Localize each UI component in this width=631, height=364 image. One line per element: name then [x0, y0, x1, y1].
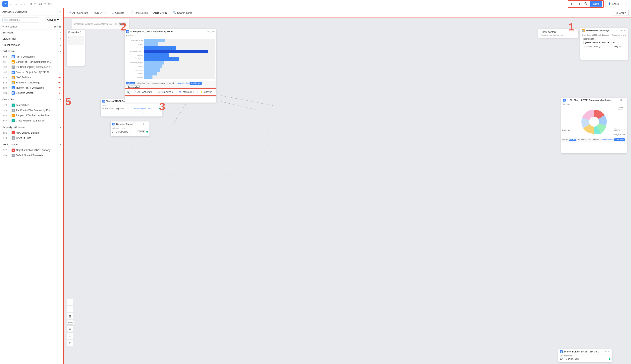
new-canvas-row: + New canvas Sort ☰	[0, 24, 63, 30]
file-menu[interactable]: File	[29, 2, 32, 6]
transform-action-button[interactable]: ⟲ Transform ▾	[177, 90, 196, 94]
fit-view-button[interactable]: ⊞	[67, 313, 73, 320]
center-button[interactable]: ◎	[67, 332, 73, 339]
breadcrumb-item1[interactable]: ...	[10, 2, 12, 6]
convert-action-button[interactable]: ⚡ Convert -	[198, 90, 215, 94]
zoom-in-button[interactable]: +	[67, 299, 73, 305]
time-series-button[interactable]: 📈 Time Series	[127, 10, 150, 16]
sel-obj-set-card[interactable]: ▦ Selected Object Set of [TSP] Co... ⚙ ⋯…	[558, 349, 612, 362]
sidebar-item-selected-obj[interactable]: $BU ▦ Selected Object 👁	[0, 90, 63, 96]
bar-icon: ▬	[12, 60, 15, 64]
pie-more-icon[interactable]: ⋯	[623, 99, 625, 102]
scatter-button[interactable]: ⊕	[67, 325, 73, 332]
sidebar-item-bar-tsp[interactable]: $BF ▬ Bar plot of [TSP] Companies by ...	[0, 59, 63, 64]
sort-button[interactable]: Sort ☰	[54, 25, 61, 28]
operator-select[interactable]: greater than or equal to	[583, 41, 610, 44]
show-content-chevron[interactable]: ▾	[575, 31, 576, 34]
more-btn[interactable]: ⋯	[213, 82, 215, 84]
all-types-select[interactable]: All types ▼	[45, 18, 61, 22]
star-icon[interactable]: ☆	[23, 2, 25, 6]
canvas-area[interactable]: 2 3 5 1 2009/08/17 05:36:00 2021/07/22 0…	[64, 18, 631, 364]
svg-line-2	[221, 102, 255, 110]
not-in-canvas-section[interactable]: Not in canvas ▾	[0, 142, 63, 148]
columns-button[interactable]: ☰	[623, 1, 628, 7]
sel-obj-export-button[interactable]: Export	[137, 130, 145, 133]
drill-down-button[interactable]: ⤵ Drill down	[190, 82, 202, 85]
apply-on-set-button[interactable]: Apply on set	[612, 45, 625, 48]
more-icon[interactable]: ⋯	[212, 30, 215, 33]
aip-generate-button[interactable]: ✦ AIP Generate	[67, 10, 91, 16]
bar-label-real-estate: real_estate	[126, 69, 143, 71]
sidebar-item-default-time-axis[interactable]: $BA ≡ Default Shared Time Axis	[0, 153, 63, 158]
aip-action-icon: ✦	[135, 90, 137, 94]
sidebar-item-sel-obj-set[interactable]: $BP ▦ Selected Object Set of [TSP] Co...	[0, 70, 63, 75]
sidebar-item-nyc-subway-obj[interactable]: SEC ● Object selection of NYC Subway...	[0, 148, 63, 153]
properties-content: ● ● ●	[67, 35, 85, 46]
filter-icon[interactable]: ▽	[210, 30, 211, 33]
objects-button[interactable]: ⬡ Objects	[109, 10, 126, 16]
filtered-more-icon[interactable]: ⋯	[624, 29, 626, 32]
set-math-section[interactable]: Set Math ›	[0, 30, 63, 36]
filtered-settings-icon[interactable]: ⚙	[621, 29, 623, 32]
pie-selected-tag: Selected	[569, 138, 576, 141]
target-button[interactable]: ⊙	[67, 340, 73, 346]
filter-plots-input[interactable]	[3, 17, 39, 22]
status-filter-section[interactable]: Status Filter ›	[0, 36, 63, 42]
sidebar-item-cross-filtered-tea[interactable]: $CF → Cross Filtered Tea Batches	[0, 118, 63, 123]
category-dist-button[interactable]: Categorical dist	[126, 86, 141, 88]
pie-drill-button[interactable]: ⤵ Drill down	[614, 138, 625, 141]
help-menu[interactable]: Help	[38, 2, 43, 6]
sel-obj-more-icon[interactable]: ⋯	[146, 123, 148, 126]
undo-button[interactable]: ↩	[569, 1, 575, 7]
pie-clear-btn[interactable]: Clear Selection	[601, 139, 614, 141]
sel-obj-settings-icon[interactable]: ⚙	[143, 123, 145, 126]
sel-obj-set-settings-icon[interactable]: ⚙	[605, 350, 607, 353]
sidebar-item-pie-tsp[interactable]: $BV ◔ Pie Chart of [TSP] Companies b...	[0, 64, 63, 70]
add-card-button[interactable]: ADD CARD	[151, 10, 169, 16]
action-search-icon[interactable]: 🔍	[126, 90, 131, 94]
drill-downs-section[interactable]: Drill downs ▾	[0, 48, 63, 54]
sel-obj-set-more-icon[interactable]: ⋯	[608, 350, 610, 353]
selected-object-card[interactable]: ▦ Selected Object ⚙ ⋯ Selected Object 1 …	[111, 122, 149, 136]
create-selected-set-button[interactable]: Create Selected Set	[133, 108, 151, 110]
sidebar-item-subway[interactable]: $DW ● NYC Subway Stations	[0, 130, 63, 136]
share-button[interactable]: 👤 Share	[605, 1, 621, 7]
breadcrumb-item3[interactable]: ...	[20, 2, 22, 6]
save-button[interactable]: Save	[590, 1, 602, 6]
sidebar-item-nyc-buildings[interactable]: $AD 🏢 NYC Buildings 👁	[0, 75, 63, 80]
graph-button[interactable]: ◎ Graph	[613, 10, 628, 16]
settings-icon[interactable]: ⚙	[207, 30, 209, 33]
sidebar-item-pie-tea[interactable]: $CD ◔ Pie Chart of Tea Batches by Equi..…	[0, 108, 63, 113]
sidebar-item-bar-tea[interactable]: $CG ▬ Bar plot of Tea Batches by Equi...	[0, 113, 63, 118]
value-input[interactable]	[611, 41, 618, 44]
filtered-card-header: 🏢 Filtered NYC Buildings ⚙ ⋯	[580, 28, 628, 33]
history-button[interactable]: ⏱	[583, 1, 588, 7]
visualize-action-button[interactable]: 📊 Visualize ▾	[156, 90, 175, 94]
breadcrumb-item2[interactable]: ...	[15, 2, 17, 6]
bar-chart-card[interactable]: ▦ ▬ Bar plot of [TSP] Companies by Secto…	[125, 29, 216, 102]
time-cancel-button[interactable]: Cancel	[118, 22, 127, 26]
pie-chart-card[interactable]: ▦ ◔ Pie Chart of [TSP] Companies by Sect…	[561, 98, 627, 153]
sidebar-item-filtered-buildings[interactable]: $AE 🏢 Filtered NYC Buildings 👁	[0, 80, 63, 85]
clear-selection-btn[interactable]: Clear Selection	[177, 82, 189, 84]
pie-subtitle: Pie chart	[561, 103, 627, 106]
zoom-out-button[interactable]: −	[67, 306, 73, 312]
sidebar-item-tsp-companies[interactable]: $BB ▦ [TSP] Companies	[0, 54, 63, 59]
properties-card[interactable]: Properties (5 of 8) ● ● ●	[67, 30, 85, 66]
cross-filter-section[interactable]: Cross filter ▾	[0, 96, 63, 102]
add-data-button[interactable]: ADD DATA	[91, 10, 109, 16]
aip-generate-action-button[interactable]: ✦ AIP Generate	[133, 90, 154, 94]
show-data-btn[interactable]: Show Data	[582, 34, 590, 36]
sidebar-item-125th[interactable]: $ED ≡ 125th St Lines	[0, 136, 63, 140]
sidebar-item-tea-batches[interactable]: $CB → Tea Batches	[0, 102, 63, 108]
sidebar-collapse-button[interactable]: ≡	[59, 10, 61, 14]
filtered-buildings-card[interactable]: 🏢 Filtered NYC Buildings ⚙ ⋯ Show Data 1…	[580, 28, 628, 60]
new-canvas-button[interactable]: + New canvas	[3, 25, 18, 28]
property-drill-section[interactable]: Property drill downs ▾	[0, 124, 63, 130]
object-selector-section[interactable]: Object selector ›	[0, 42, 63, 48]
search-cards-button[interactable]: 🔍 Search cards	[170, 10, 195, 16]
pie-settings-icon[interactable]: ⚙	[620, 99, 622, 102]
sidebar-item-table-tsp[interactable]: $BQ ⊟ Table of [TSP] Companies 👁	[0, 85, 63, 90]
sel-obj-set-dot	[609, 358, 610, 360]
redo-button[interactable]: ↪	[576, 1, 582, 7]
